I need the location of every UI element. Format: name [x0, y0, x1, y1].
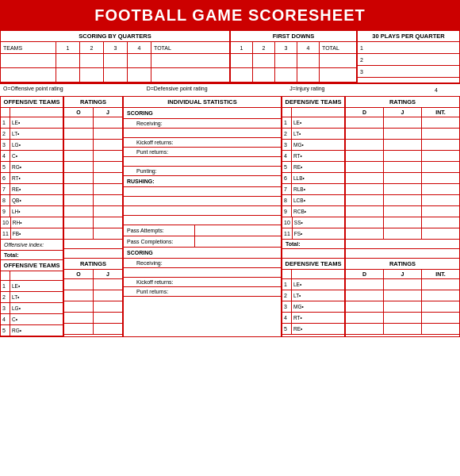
def-rat-int-val[interactable] [422, 129, 459, 139]
def-rat-int-val[interactable] [422, 117, 459, 128]
def-rat-row-2[interactable] [346, 301, 459, 313]
off-rat-j-val[interactable] [94, 129, 122, 139]
def-rat-row-2[interactable] [346, 279, 459, 290]
off-rat-j-val[interactable] [94, 162, 122, 172]
off-rat-j-val[interactable] [94, 173, 122, 183]
off-rat-o-val-2[interactable] [64, 279, 94, 290]
off-rat-o-val-2[interactable] [64, 301, 94, 312]
def-rat-d-val[interactable] [346, 173, 384, 183]
def-rat-j-val[interactable] [384, 184, 422, 194]
off-rat-j-val-2[interactable] [94, 313, 122, 323]
off-rat-j-val[interactable] [94, 206, 122, 217]
def-rat-int-val-2[interactable] [422, 324, 459, 334]
def-rat-int-val[interactable] [422, 140, 459, 150]
def-rat-j-val[interactable] [384, 162, 422, 172]
off-rat-row[interactable] [64, 173, 122, 184]
def-rat-int-val-2[interactable] [422, 313, 459, 323]
off-rat-row[interactable] [64, 129, 122, 140]
def-rat-j-val[interactable] [384, 217, 422, 228]
off-rat-o-val[interactable] [64, 195, 94, 205]
def-rat-j-val[interactable] [384, 151, 422, 161]
def-rat-d-val[interactable] [346, 184, 384, 194]
off-rat-o-val[interactable] [64, 162, 94, 172]
off-rat-row[interactable] [64, 184, 122, 195]
off-rat-j-val-2[interactable] [94, 290, 122, 301]
def-rat-int-val-2[interactable] [422, 290, 459, 301]
off-rat-o-val[interactable] [64, 173, 94, 183]
off-rat-row-2[interactable] [64, 290, 122, 301]
def-rat-row[interactable] [346, 184, 459, 195]
def-rat-j-val-2[interactable] [384, 324, 422, 334]
team1-total[interactable] [151, 54, 179, 67]
off-rat-row-2[interactable] [64, 313, 122, 324]
def-rat-row[interactable] [346, 117, 459, 129]
off-rat-o-val[interactable] [64, 117, 94, 128]
team1-name[interactable] [1, 54, 56, 67]
off-rat-j-val-2[interactable] [94, 324, 122, 334]
team2-q2[interactable] [80, 68, 104, 82]
off-rat-j-val[interactable] [94, 217, 122, 228]
fd-t1-total[interactable] [320, 54, 343, 67]
def-rat-row-2[interactable] [346, 313, 459, 324]
off-rat-row[interactable] [64, 117, 122, 129]
def-rat-int-val[interactable] [422, 151, 459, 161]
off-rat-row[interactable] [64, 151, 122, 162]
off-rat-o-val[interactable] [64, 206, 94, 217]
def-rat-row-2[interactable] [346, 324, 459, 335]
def-rat-j-val[interactable] [384, 117, 422, 128]
off-rat-row-2[interactable] [64, 279, 122, 290]
off-rat-o-val[interactable] [64, 129, 94, 139]
fd-t2-2[interactable] [253, 68, 275, 82]
def-rat-d-val[interactable] [346, 162, 384, 172]
team2-q1[interactable] [56, 68, 80, 82]
off-rat-row[interactable] [64, 206, 122, 217]
fd-t2-3[interactable] [275, 68, 297, 82]
off-rat-row[interactable] [64, 162, 122, 173]
fd-t1-1[interactable] [231, 54, 253, 67]
off-rat-row-2[interactable] [64, 324, 122, 335]
def-rat-j-val-2[interactable] [384, 313, 422, 323]
def-rat-d-val-2[interactable] [346, 301, 384, 312]
def-rat-d-val[interactable] [346, 228, 384, 239]
def-rat-j-val[interactable] [384, 206, 422, 217]
fd-t1-2[interactable] [253, 54, 275, 67]
def-rat-int-val[interactable] [422, 206, 459, 217]
team2-q3[interactable] [104, 68, 128, 82]
def-rat-d-val[interactable] [346, 117, 384, 128]
off-rat-row[interactable] [64, 228, 122, 240]
off-rat-o-val[interactable] [64, 184, 94, 194]
def-rat-d-val[interactable] [346, 206, 384, 217]
def-rat-row[interactable] [346, 195, 459, 206]
team2-name[interactable] [1, 68, 56, 82]
def-rat-d-val[interactable] [346, 140, 384, 150]
def-rat-int-val[interactable] [422, 228, 459, 239]
def-rat-j-val-2[interactable] [384, 279, 422, 290]
def-rat-int-val[interactable] [422, 162, 459, 172]
off-rat-o-val-2[interactable] [64, 313, 94, 323]
def-rat-d-val-2[interactable] [346, 324, 384, 334]
team1-q3[interactable] [104, 54, 128, 67]
off-rat-row-2[interactable] [64, 301, 122, 313]
def-rat-d-val[interactable] [346, 217, 384, 228]
off-rat-o-val[interactable] [64, 151, 94, 161]
team2-total[interactable] [151, 68, 179, 82]
off-rat-o-val[interactable] [64, 140, 94, 150]
fd-t2-total[interactable] [320, 68, 343, 82]
off-rat-j-val[interactable] [94, 228, 122, 239]
def-rat-row[interactable] [346, 140, 459, 151]
def-rat-d-val[interactable] [346, 151, 384, 161]
off-rat-row[interactable] [64, 195, 122, 206]
off-rat-j-val[interactable] [94, 140, 122, 150]
def-rat-j-val[interactable] [384, 140, 422, 150]
def-rat-j-val-2[interactable] [384, 301, 422, 312]
off-rat-o-val-2[interactable] [64, 324, 94, 334]
def-rat-int-val[interactable] [422, 217, 459, 228]
fd-t1-3[interactable] [275, 54, 297, 67]
def-rat-j-val[interactable] [384, 228, 422, 239]
team1-q4[interactable] [128, 54, 151, 67]
team2-q4[interactable] [128, 68, 151, 82]
def-rat-row[interactable] [346, 217, 459, 228]
fd-t1-4[interactable] [297, 54, 320, 67]
off-rat-j-val[interactable] [94, 195, 122, 205]
def-rat-row[interactable] [346, 162, 459, 173]
